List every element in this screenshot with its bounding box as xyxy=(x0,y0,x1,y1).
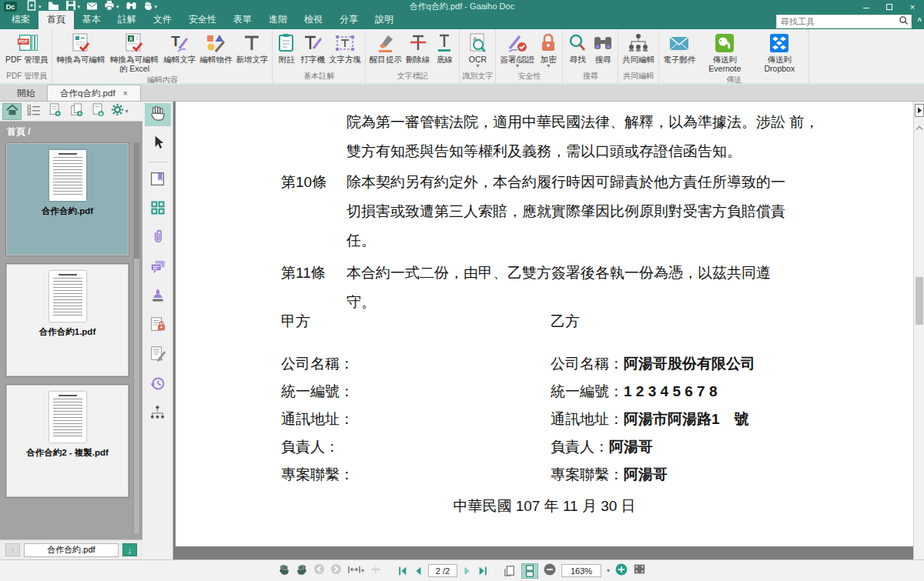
continuous-view-button[interactable] xyxy=(521,563,538,579)
maximize-button[interactable] xyxy=(878,0,901,13)
menu-tab-file[interactable]: 檔案 xyxy=(3,11,38,29)
encrypt-button[interactable]: 加密 ▾ xyxy=(537,31,560,69)
zoom-in-button[interactable] xyxy=(615,563,628,579)
search-input[interactable] xyxy=(777,17,899,26)
zoom-out-button[interactable] xyxy=(544,563,556,579)
send-email-button[interactable]: 電子郵件 xyxy=(661,31,697,65)
thumbnail-card[interactable]: 合作合約1.pdf xyxy=(5,263,129,377)
send-evernote-button[interactable]: 傳送到 Evernote xyxy=(698,31,752,74)
attachments-panel-button[interactable] xyxy=(145,227,171,250)
fit-width-button[interactable]: ▾ xyxy=(347,563,364,579)
menu-tab-basic[interactable]: 基本 xyxy=(74,11,109,29)
previous-view-button[interactable] xyxy=(313,563,325,579)
advanced-search-button[interactable]: 搜尋 xyxy=(591,31,615,65)
convert-excel-button[interactable]: X 轉換為可編輯的 Excel xyxy=(107,31,161,74)
tab-active-document[interactable]: 合作q合約.pdf × xyxy=(47,85,141,101)
new-page-button[interactable] xyxy=(45,103,65,120)
share-panel-button[interactable] xyxy=(145,402,171,426)
stamps-panel-button[interactable] xyxy=(145,285,171,309)
next-page-button[interactable] xyxy=(463,563,472,579)
typewriter-button[interactable]: 打字機 xyxy=(299,31,326,65)
field-value: 阿湯哥 xyxy=(609,439,653,455)
pan-forward-button[interactable] xyxy=(296,563,308,579)
send-dropbox-button[interactable]: 傳送到 Dropbox xyxy=(752,31,806,74)
sign-certify-button[interactable]: 簽署/認證 ▾ xyxy=(498,31,536,69)
panel-expander-button[interactable] xyxy=(915,104,924,117)
tab-close-icon[interactable]: × xyxy=(123,88,128,98)
note-button[interactable]: 附註 xyxy=(275,31,298,65)
convert-editable-button[interactable]: 轉換為可編輯 xyxy=(55,31,106,65)
menu-tab-document[interactable]: 文件 xyxy=(145,11,180,29)
history-panel-button[interactable] xyxy=(145,373,171,396)
filename-input[interactable] xyxy=(24,543,119,557)
extract-page-button[interactable] xyxy=(89,103,108,120)
security-panel-button[interactable] xyxy=(145,315,171,338)
zoom-level-input[interactable]: 163% xyxy=(561,564,601,577)
ribbon-group-ocr: A OCR ▾ 識別文字 xyxy=(460,29,496,83)
thumbnail-card[interactable]: 合作合約2 - 複製.pdf xyxy=(5,384,129,498)
bookmarks-panel-button[interactable] xyxy=(145,169,171,192)
edit-text-button[interactable]: T 編輯文字 xyxy=(162,31,197,65)
ribbon-group-label: 搜尋 xyxy=(565,70,615,83)
button-label: 尋找 xyxy=(570,55,586,64)
select-tool-button[interactable] xyxy=(145,132,171,155)
comments-panel-button[interactable] xyxy=(145,256,171,279)
menu-tab-share[interactable]: 分享 xyxy=(331,11,367,29)
menu-tab-comment[interactable]: 註解 xyxy=(109,11,145,29)
pdf-manager-button[interactable]: PDF PDF 管理員 xyxy=(4,31,49,65)
panel-scrollbar[interactable] xyxy=(133,142,140,535)
pan-back-button[interactable] xyxy=(278,563,290,579)
vertical-scrollbar[interactable] xyxy=(913,102,924,559)
menu-tab-forms[interactable]: 表單 xyxy=(225,11,260,29)
ocr-button[interactable]: A OCR ▾ xyxy=(465,31,490,69)
menu-tab-advanced[interactable]: 進階 xyxy=(260,11,296,29)
fullscreen-button[interactable] xyxy=(633,563,646,579)
previous-page-button[interactable] xyxy=(413,563,423,579)
next-view-button[interactable] xyxy=(330,563,342,579)
co-edit-button[interactable]: 共同編輯 xyxy=(621,31,656,65)
minimize-button[interactable] xyxy=(855,0,878,13)
copy-page-button[interactable] xyxy=(67,103,86,120)
home-button[interactable] xyxy=(2,103,22,120)
menu-tab-help[interactable]: 說明 xyxy=(367,11,402,29)
zoom-caret-icon[interactable]: ▾ xyxy=(607,567,610,574)
highlight-button[interactable]: 醒目提示 xyxy=(368,31,403,65)
scroll-up-icon[interactable] xyxy=(916,120,923,134)
menu-tab-view[interactable]: 檢視 xyxy=(296,11,331,29)
edit-object-button[interactable]: 編輯物件 xyxy=(198,31,233,65)
move-down-button[interactable]: ↓ xyxy=(122,543,137,556)
tab-start[interactable]: 開始 xyxy=(5,85,47,101)
breadcrumb[interactable]: 首頁 / xyxy=(0,122,142,139)
signature-panel-button[interactable] xyxy=(145,344,171,367)
zoom-out-icon xyxy=(544,563,556,579)
single-page-view-button[interactable] xyxy=(504,563,516,579)
field-label: 統一編號： xyxy=(281,378,354,406)
panel-scrollbar-thumb[interactable] xyxy=(134,143,139,259)
textbox-button[interactable]: 文字方塊 xyxy=(327,31,363,65)
binoculars-icon xyxy=(592,32,614,55)
menu-tab-security[interactable]: 安全性 xyxy=(180,11,225,29)
bookmarks-button[interactable] xyxy=(24,103,43,120)
strikethrough-icon xyxy=(407,32,429,55)
textbox-icon xyxy=(333,32,357,55)
underline-button[interactable]: 底線 xyxy=(432,31,457,65)
menu-tab-home[interactable]: 首頁 xyxy=(38,11,74,29)
hand-back-icon xyxy=(278,563,290,579)
strikethrough-button[interactable]: 刪除線 xyxy=(404,31,432,65)
add-text-button[interactable]: 新增文字 xyxy=(234,31,270,65)
find-tools-searchbox[interactable] xyxy=(776,15,912,28)
last-page-button[interactable] xyxy=(477,563,488,579)
first-page-button[interactable] xyxy=(397,563,408,579)
ribbon-collapse-icon[interactable]: ^ xyxy=(917,17,922,25)
move-up-button[interactable]: ↑ xyxy=(5,543,20,556)
page-number-input[interactable]: 2 /2 xyxy=(428,564,457,577)
hand-tool-button[interactable] xyxy=(145,103,171,126)
find-button[interactable]: 尋找 xyxy=(565,31,590,65)
thumbnails-panel-button[interactable] xyxy=(145,198,171,221)
scrollbar-thumb[interactable] xyxy=(916,277,923,325)
settings-button[interactable]: ▾ xyxy=(110,103,129,120)
thumbnail-card-selected[interactable]: 合作合約.pdf xyxy=(5,142,129,256)
fit-page-button[interactable] xyxy=(370,563,382,579)
close-button[interactable]: × xyxy=(901,0,924,13)
new-page-icon xyxy=(49,103,62,120)
